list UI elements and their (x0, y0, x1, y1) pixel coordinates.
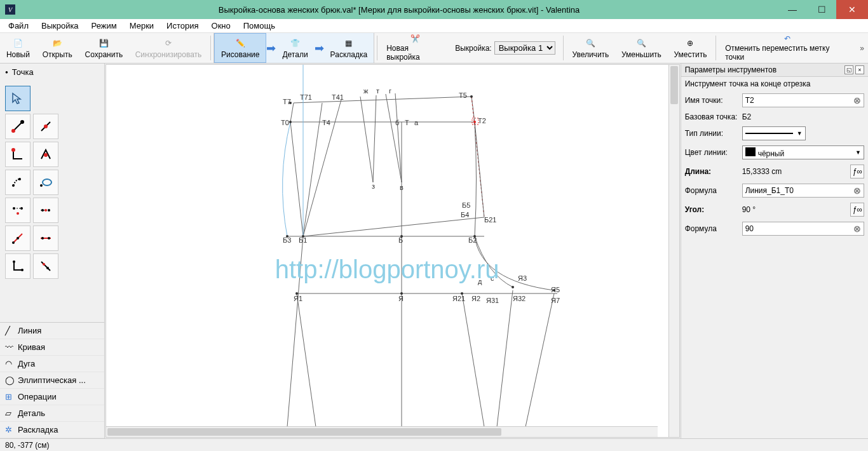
cat-detail[interactable]: ▱Деталь (0, 405, 104, 422)
new-pattern-button[interactable]: ✂️ Новая выкройка (380, 33, 450, 63)
save-label: Сохранить (85, 50, 123, 59)
tool-cut-spline[interactable] (33, 226, 58, 251)
svg-text:в: в (400, 184, 403, 191)
svg-text:д: д (478, 278, 482, 285)
menu-help[interactable]: Помощь (238, 20, 280, 32)
menu-history[interactable]: История (161, 20, 203, 32)
arrow-icon: ➡ (315, 33, 324, 63)
sync-button[interactable]: ⟳ Синхронизировать (129, 33, 208, 63)
close-button[interactable]: ✕ (836, 0, 868, 19)
toolbar-overflow[interactable]: » (856, 33, 868, 63)
separator (377, 36, 377, 60)
fx-button[interactable]: ƒ∞ (850, 165, 864, 178)
clear-icon[interactable]: ⊗ (853, 95, 861, 105)
window-controls: — ☐ ✕ (778, 0, 868, 19)
svg-text:з: з (372, 182, 375, 190)
menu-mode[interactable]: Режим (86, 20, 122, 32)
svg-point-24 (48, 237, 50, 239)
svg-text:Т2: Т2 (478, 117, 486, 125)
svg-text:Б4: Б4 (461, 211, 469, 219)
linetype-combo[interactable]: ▼ (742, 126, 806, 140)
cat-operations[interactable]: ⊞Операции (0, 389, 104, 405)
svg-text:Б21: Б21 (484, 216, 496, 224)
menu-file[interactable]: Файл (3, 20, 34, 32)
mode-details-button[interactable]: 👕 Детали (276, 33, 314, 63)
cat-curve[interactable]: 〰Кривая (0, 339, 104, 356)
undo-move-button[interactable]: ↶ Отменить переместить метку точки (719, 33, 856, 63)
tool-point-xy[interactable] (5, 253, 31, 279)
window-title: Выкройка-основа женских брюк.val* [Мерки… (20, 5, 778, 15)
curve-icon: 〰 (5, 342, 14, 352)
menu-window[interactable]: Окно (207, 20, 236, 32)
open-button[interactable]: 📂 Открыть (36, 33, 79, 63)
cat-arc[interactable]: ◠Дуга (0, 356, 104, 372)
new-button[interactable]: 📄 Новый (0, 33, 36, 63)
tool-cut-arc[interactable] (5, 226, 31, 251)
sidebar-section-point[interactable]: Точка (0, 64, 104, 81)
tool-contact[interactable] (33, 170, 58, 195)
maximize-button[interactable]: ☐ (807, 0, 836, 19)
h-scrollbar[interactable] (106, 426, 658, 437)
props-subtitle: Инструмент точка на конце отрезка (681, 77, 868, 91)
cat-line[interactable]: ╱Линия (0, 323, 104, 339)
mode-draw-button[interactable]: ✏️ Рисование (214, 33, 266, 63)
fx-button[interactable]: ƒ∞ (850, 203, 864, 217)
minimize-button[interactable]: — (778, 0, 807, 19)
cat-layout[interactable]: ✲Раскладка (0, 422, 104, 438)
angle-value: 90 ° (742, 205, 846, 214)
svg-point-20 (12, 241, 15, 244)
drawing-canvas[interactable]: Т7 Т71 Т41 ж т г Т5 Т0 Т4 б Т а Т2 з в Б… (105, 64, 680, 438)
clear-icon[interactable]: ⊗ (853, 224, 861, 234)
undo-icon: ↶ (781, 34, 794, 43)
pattern-dropdown[interactable]: Выкройка 1 (494, 41, 555, 55)
tool-along-line[interactable] (33, 114, 58, 139)
undock-icon[interactable]: ◱ (844, 65, 853, 74)
main-toolbar: 📄 Новый 📂 Открыть 💾 Сохранить ⟳ Синхрони… (0, 33, 868, 64)
line-icon: ╱ (5, 326, 14, 335)
tool-pointer[interactable] (5, 86, 31, 111)
svg-line-27 (41, 262, 50, 271)
tool-triangle[interactable] (5, 198, 31, 223)
tool-endpoint[interactable] (5, 114, 31, 139)
close-panel-icon[interactable]: × (855, 65, 864, 74)
mode-layout-button[interactable]: ▦ Раскладка (324, 33, 374, 63)
sync-icon: ⟳ (162, 37, 175, 50)
angle-formula-input[interactable]: 90 ⊗ (742, 222, 864, 236)
svg-point-18 (48, 209, 50, 212)
menu-pattern[interactable]: Выкройка (36, 20, 84, 32)
tool-perpendicular[interactable] (33, 253, 58, 279)
pattern-label: Выкройка: (455, 44, 491, 53)
save-button[interactable]: 💾 Сохранить (79, 33, 129, 63)
app-icon: V (5, 4, 15, 15)
svg-line-36 (303, 103, 322, 236)
length-formula-input[interactable]: Линия_Б1_Т0 ⊗ (742, 184, 864, 198)
tool-intersection[interactable] (33, 198, 58, 223)
length-label: Длина: (685, 167, 738, 176)
svg-text:б: б (395, 119, 399, 126)
angle-formula-label: Формула (685, 224, 738, 233)
linecolor-combo[interactable]: чёрный ▼ (742, 145, 864, 159)
svg-text:Б5: Б5 (462, 201, 470, 209)
tool-shoulder[interactable] (5, 170, 31, 195)
tool-normal[interactable] (5, 142, 31, 167)
tool-categories: ╱Линия 〰Кривая ◠Дуга ◯Эллиптическая ... … (0, 322, 104, 438)
zoom-in-button[interactable]: 🔍 Увеличить (566, 33, 615, 63)
cat-elliptic[interactable]: ◯Эллиптическая ... (0, 372, 104, 389)
svg-line-38 (360, 97, 373, 182)
fit-button[interactable]: ⊕ Уместить (668, 33, 714, 63)
point-name-input[interactable]: Т2 ⊗ (742, 93, 864, 107)
menu-measures[interactable]: Мерки (125, 20, 159, 32)
svg-line-41 (395, 93, 402, 182)
v-scrollbar[interactable] (668, 65, 679, 437)
svg-point-7 (12, 184, 15, 187)
clear-icon[interactable]: ⊗ (853, 185, 861, 196)
arc-icon: ◠ (5, 359, 14, 368)
svg-point-55 (289, 121, 292, 123)
svg-point-21 (17, 237, 19, 239)
tool-bisector[interactable] (33, 142, 58, 167)
zoom-in-icon: 🔍 (584, 37, 597, 50)
svg-text:Б3: Б3 (283, 236, 291, 244)
zoom-out-button[interactable]: 🔍 Уменьшить (615, 33, 668, 63)
svg-text:Т7: Т7 (283, 98, 291, 105)
pattern-selector: Выкройка: Выкройка 1 (450, 33, 560, 63)
